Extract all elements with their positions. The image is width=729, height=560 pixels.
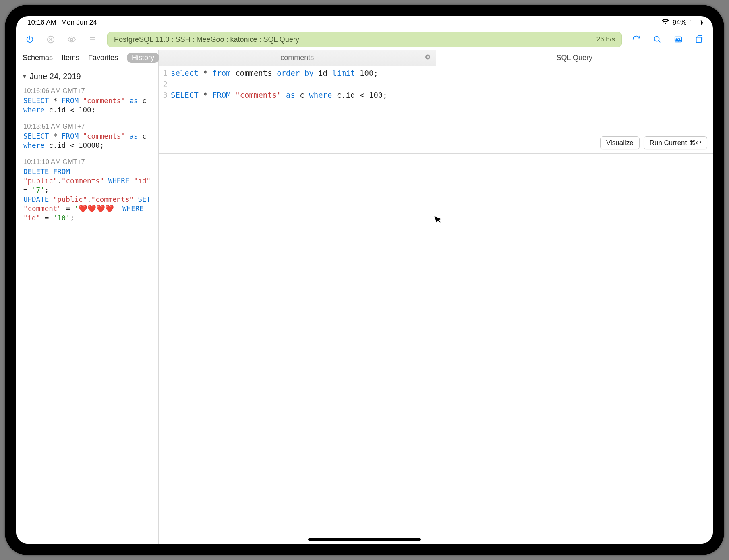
battery-icon [690,20,702,25]
device-frame: 10:16 AM Mon Jun 24 94% [5,5,724,555]
status-time: 10:16 AM [27,19,56,27]
search-icon[interactable] [651,33,664,46]
tab-sql-query[interactable]: SQL Query [436,50,713,66]
svg-line-8 [659,41,660,42]
refresh-icon[interactable] [630,33,643,46]
list-icon[interactable] [86,33,99,46]
screen: 10:16 AM Mon Jun 24 94% [16,16,713,544]
svg-rect-11 [696,37,702,43]
visualize-button[interactable]: Visualize [600,136,640,149]
status-date: Mon Jun 24 [61,19,97,27]
history-date-label: June 24, 2019 [30,72,81,81]
tab-label: SQL Query [557,54,592,62]
sidebar: Schemas Items Favorites History ▼ June 2… [16,50,159,544]
code-area[interactable]: select * from comments order by id limit… [171,68,713,101]
history-time: 10:13:51 AM GMT+7 [23,122,153,132]
sidebar-tabs: Schemas Items Favorites History [16,50,158,66]
history-list: ▼ June 24, 2019 10:16:06 AM GMT+7SELECT … [16,66,158,228]
history-entry[interactable]: 10:11:10 AM GMT+7DELETE FROM "public"."c… [21,156,153,228]
editor-tabs: comments SQL Query [159,50,713,66]
close-icon[interactable] [425,54,431,62]
results-area [159,154,713,544]
history-query: SELECT * FROM "comments" as c where c.id… [23,96,153,115]
history-time: 10:11:10 AM GMT+7 [23,158,153,167]
history-query: DELETE FROM "public"."comments" WHERE "i… [23,167,153,223]
tab-favorites[interactable]: Favorites [88,54,118,62]
power-icon[interactable] [23,33,36,46]
status-bar: 10:16 AM Mon Jun 24 94% [16,16,713,29]
history-entry[interactable]: 10:13:51 AM GMT+7SELECT * FROM "comments… [21,120,153,156]
eye-icon[interactable] [65,33,78,46]
home-indicator[interactable] [308,538,421,541]
main-area: comments SQL Query 123 select * from com… [159,50,713,544]
line-gutter: 123 [159,68,171,101]
tab-schemas[interactable]: Schemas [23,54,53,62]
sql-icon[interactable]: SQL [672,33,685,46]
stop-icon[interactable] [44,33,57,46]
app-toolbar: PostgreSQL 11.0 : SSH : MeeGoo : katonic… [16,29,713,50]
panels-icon[interactable] [693,33,706,46]
connection-pill[interactable]: PostgreSQL 11.0 : SSH : MeeGoo : katonic… [107,32,622,47]
tab-comments[interactable]: comments [159,50,436,66]
svg-point-7 [654,37,659,41]
battery-percent: 94% [673,19,686,27]
history-entry[interactable]: 10:16:06 AM GMT+7SELECT * FROM "comments… [21,85,153,120]
connection-rate: 26 b/s [596,35,615,44]
svg-point-3 [70,38,73,41]
history-time: 10:16:06 AM GMT+7 [23,87,153,96]
wifi-icon [661,19,669,27]
history-date-header[interactable]: ▼ June 24, 2019 [21,69,153,85]
tab-history[interactable]: History [127,53,159,63]
svg-text:SQL: SQL [676,38,681,41]
sql-editor[interactable]: 123 select * from comments order by id l… [159,66,713,154]
tab-items[interactable]: Items [62,54,79,62]
disclosure-triangle-icon[interactable]: ▼ [22,73,27,79]
run-current-button[interactable]: Run Current ⌘↩︎ [644,136,707,149]
connection-title: PostgreSQL 11.0 : SSH : MeeGoo : katonic… [114,35,596,44]
tab-label: comments [280,54,314,62]
history-query: SELECT * FROM "comments" as c where c.id… [23,132,153,150]
mouse-cursor-icon [433,213,445,228]
